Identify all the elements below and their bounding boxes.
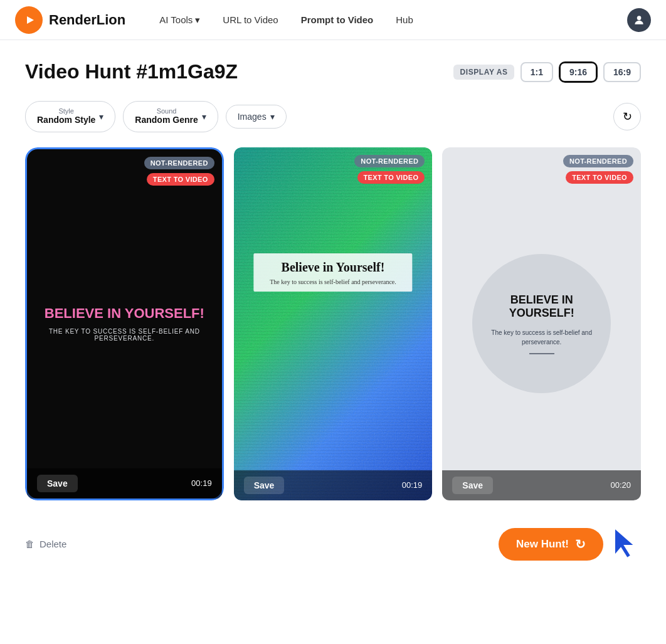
not-rendered-badge: NOT-RENDERED	[144, 157, 214, 169]
card-1-badges: NOT-RENDERED TEXT TO VIDEO	[144, 157, 214, 186]
ratio-16-9[interactable]: 16:9	[603, 62, 641, 82]
text-to-video-badge-2: TEXT TO VIDEO	[357, 171, 425, 184]
card-1-subtitle: THE KEY TO SUCCESS IS SELF-BELIEF AND PE…	[40, 328, 209, 342]
style-label: Style	[37, 108, 95, 115]
refresh-icon: ↻	[623, 110, 632, 124]
user-avatar-button[interactable]	[627, 8, 651, 32]
nav-prompt-to-video[interactable]: Prompt to Video	[292, 9, 383, 30]
style-filter[interactable]: Style Random Style ▾	[25, 101, 115, 132]
video-card-1[interactable]: BELIEVE IN YOURSELF! THE KEY TO SUCCESS …	[25, 147, 224, 500]
card-3-badges: NOT-RENDERED TEXT TO VIDEO	[563, 155, 633, 184]
main-content: Video Hunt #1m1Ga9Z DISPLAY AS 1:1 9:16 …	[0, 40, 666, 583]
card-2-subtitle: The key to success is self-belief and pe…	[263, 278, 402, 285]
nav-hub[interactable]: Hub	[387, 9, 422, 30]
chevron-down-icon: ▾	[202, 112, 206, 122]
nav-ai-tools[interactable]: AI Tools ▾	[151, 9, 209, 31]
images-label: Images	[238, 112, 267, 122]
trash-icon: 🗑	[25, 539, 34, 549]
sound-filter[interactable]: Sound Random Genre ▾	[123, 101, 218, 132]
card-2-badges: NOT-RENDERED TEXT TO VIDEO	[354, 155, 425, 184]
chevron-down-icon: ▾	[99, 112, 103, 122]
card-2-preview: Believe in Yourself! The key to success …	[234, 147, 433, 500]
refresh-icon: ↻	[575, 537, 586, 552]
nav-right	[627, 8, 651, 32]
not-rendered-badge-3: NOT-RENDERED	[563, 155, 633, 167]
card-2-save-button[interactable]: Save	[244, 477, 285, 494]
display-as-label: DISPLAY AS	[453, 65, 514, 80]
logo-icon	[15, 6, 43, 34]
images-filter[interactable]: Images ▾	[226, 105, 287, 129]
page-title: Video Hunt #1m1Ga9Z	[25, 60, 238, 83]
filter-bar: Style Random Style ▾ Sound Random Genre …	[25, 101, 641, 132]
nav-links: AI Tools ▾ URL to Video Prompt to Video …	[151, 9, 627, 31]
svg-marker-0	[27, 16, 34, 24]
chevron-down-icon: ▾	[195, 14, 200, 26]
svg-point-1	[637, 16, 642, 20]
refresh-button[interactable]: ↻	[613, 103, 641, 130]
text-to-video-badge-3: TEXT TO VIDEO	[566, 171, 633, 184]
text-to-video-badge: TEXT TO VIDEO	[147, 173, 214, 186]
card-1-preview: BELIEVE IN YOURSELF! THE KEY TO SUCCESS …	[25, 147, 224, 500]
card-3-preview: BELIEVE IN YOURSELF! The key to success …	[442, 147, 641, 500]
chevron-down-icon: ▾	[270, 112, 275, 122]
page-header: Video Hunt #1m1Ga9Z DISPLAY AS 1:1 9:16 …	[25, 60, 641, 83]
ratio-1-1[interactable]: 1:1	[521, 62, 553, 82]
ratio-9-16[interactable]: 9:16	[559, 62, 597, 82]
sound-value: Random Genre	[135, 115, 198, 125]
card-2-title: Believe in Yourself!	[263, 260, 402, 275]
card-3-subtitle: The key to success is self-belief and pe…	[491, 328, 593, 347]
card-3-save-button[interactable]: Save	[452, 477, 493, 494]
display-controls: DISPLAY AS 1:1 9:16 16:9	[453, 62, 641, 82]
not-rendered-badge-2: NOT-RENDERED	[354, 155, 425, 167]
cursor-decoration	[610, 525, 641, 563]
cards-grid: BELIEVE IN YOURSELF! THE KEY TO SUCCESS …	[25, 147, 641, 500]
card-1-title: BELIEVE IN YOURSELF!	[40, 305, 209, 322]
bottom-bar: 🗑 Delete New Hunt! ↻	[25, 520, 641, 563]
logo-text: RenderLion	[49, 12, 125, 28]
card-2-save-bar: Save 00:19	[234, 470, 433, 500]
navbar: RenderLion AI Tools ▾ URL to Video Promp…	[0, 0, 666, 40]
nav-url-to-video[interactable]: URL to Video	[214, 9, 287, 30]
logo[interactable]: RenderLion	[15, 6, 125, 34]
card-1-save-button[interactable]: Save	[37, 475, 78, 492]
card-3-duration: 00:20	[610, 480, 631, 490]
new-hunt-button[interactable]: New Hunt! ↻	[499, 528, 603, 561]
style-value: Random Style	[37, 115, 95, 125]
sound-label: Sound	[135, 108, 198, 115]
card-3-title: BELIEVE IN YOURSELF!	[491, 293, 593, 320]
video-card-2[interactable]: Believe in Yourself! The key to success …	[234, 147, 433, 500]
card-1-duration: 00:19	[191, 478, 212, 488]
delete-button[interactable]: 🗑 Delete	[25, 539, 66, 549]
card-3-save-bar: Save 00:20	[442, 470, 641, 500]
card-2-duration: 00:19	[402, 480, 423, 490]
video-card-3[interactable]: BELIEVE IN YOURSELF! The key to success …	[442, 147, 641, 500]
new-hunt-area: New Hunt! ↻	[499, 525, 641, 563]
card-1-save-bar: Save 00:19	[27, 468, 222, 499]
